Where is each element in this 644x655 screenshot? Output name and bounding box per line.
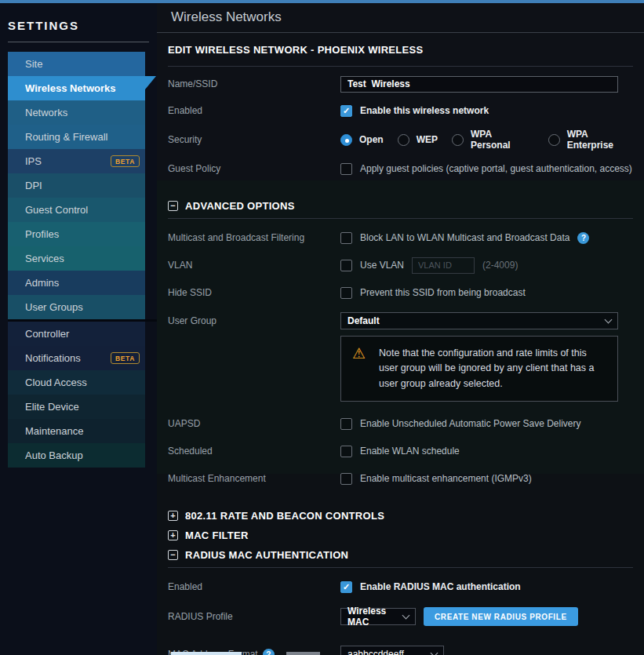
enabled-label: Enabled	[168, 105, 340, 116]
beta-badge: BETA	[111, 352, 140, 364]
sidebar-item-admins[interactable]: Admins	[8, 271, 145, 295]
sidebar-item-notifications[interactable]: NotificationsBETA	[8, 346, 145, 370]
enable-network-checkbox[interactable]: ✓	[340, 105, 352, 117]
multicast-enhancement-row: Multicast Enhancement Enable multicast e…	[168, 469, 644, 488]
radius-mac-auth-checkbox-label: Enable RADIUS MAC authentication	[360, 581, 521, 592]
radius-mac-section-title: RADIUS MAC AUTHENTICATION	[185, 549, 348, 561]
rate-beacon-section-header[interactable]: + 802.11 RATE AND BEACON CONTROLS	[168, 510, 644, 522]
create-radius-profile-button[interactable]: CREATE NEW RADIUS PROFILE	[424, 607, 578, 626]
sidebar-item-user-groups[interactable]: User Groups	[8, 295, 145, 319]
guest-policy-row: Guest Policy Apply guest policies (capti…	[168, 159, 644, 178]
sidebar-item-networks[interactable]: Networks	[8, 100, 145, 125]
vlan-range-hint: (2-4009)	[482, 260, 518, 271]
hide-ssid-label: Hide SSID	[168, 287, 340, 298]
guest-policy-checkbox-label: Apply guest policies (captive portal, gu…	[360, 163, 632, 174]
multicast-filtering-checkbox-label: Block LAN to WLAN Multicast and Broadcas…	[360, 232, 569, 243]
bottom-edge-artifact	[171, 652, 242, 655]
sidebar-item-ips[interactable]: IPSBETA	[8, 149, 145, 173]
uapsd-row: UAPSD Enable Unscheduled Automatic Power…	[168, 414, 644, 433]
sidebar-item-controller[interactable]: Controller	[8, 322, 145, 346]
chevron-down-icon	[431, 650, 438, 655]
radius-profile-select[interactable]: Wireless MAC	[340, 608, 416, 625]
use-vlan-checkbox-label: Use VLAN	[360, 260, 404, 271]
enable-network-checkbox-label: Enable this wireless network	[360, 105, 489, 116]
security-radio-wpa-enterprise[interactable]	[548, 134, 560, 146]
use-vlan-checkbox[interactable]	[340, 260, 352, 271]
sidebar-item-wireless-networks[interactable]: Wireless Networks	[8, 76, 145, 100]
help-icon[interactable]: ?	[263, 649, 275, 655]
multicast-enhancement-checkbox[interactable]	[340, 473, 352, 485]
check-icon: ✓	[343, 106, 350, 116]
security-row: Security Open WEP WPA Personal WPA Enter…	[168, 129, 644, 151]
mac-filter-section-title: MAC FILTER	[185, 529, 249, 541]
sidebar-item-elite-device[interactable]: Elite Device	[8, 395, 145, 419]
expand-icon: +	[168, 511, 178, 521]
page-title: Wireless Networks	[171, 9, 644, 25]
multicast-filtering-row: Multicast and Broadcast Filtering Block …	[168, 228, 644, 247]
sidebar-divider	[8, 42, 149, 42]
ssid-input[interactable]	[340, 76, 618, 93]
vlan-id-input[interactable]	[412, 257, 475, 274]
user-group-select[interactable]: Default	[340, 312, 618, 329]
user-group-warning-box: ⚠ Note that the configuration and rate l…	[340, 336, 618, 402]
advanced-options-title: ADVANCED OPTIONS	[185, 200, 295, 212]
sidebar-title: SETTINGS	[0, 3, 157, 42]
user-group-label: User Group	[168, 315, 340, 326]
vlan-label: VLAN	[168, 260, 340, 271]
advanced-options-section-header[interactable]: − ADVANCED OPTIONS	[168, 200, 644, 212]
expand-icon: +	[168, 530, 178, 540]
hide-ssid-checkbox[interactable]	[340, 287, 352, 299]
security-option-label: Open	[359, 134, 384, 145]
guest-policy-checkbox[interactable]	[340, 163, 352, 175]
collapse-icon: −	[168, 201, 178, 211]
name-ssid-row: Name/SSID	[168, 75, 644, 93]
mac-filter-section-header[interactable]: + MAC FILTER	[168, 529, 644, 541]
sidebar-item-dpi[interactable]: DPI	[8, 173, 145, 198]
sidebar-item-guest-control[interactable]: Guest Control	[8, 198, 145, 222]
security-radio-wpa-personal[interactable]	[452, 134, 464, 146]
chevron-down-icon	[605, 316, 613, 324]
guest-policy-label: Guest Policy	[168, 163, 340, 174]
sidebar-item-maintenance[interactable]: Maintenance	[8, 419, 145, 443]
sidebar-nav: Site Wireless Networks Networks Routing …	[0, 52, 157, 468]
multicast-enhancement-label: Multicast Enhancement	[168, 473, 340, 484]
uapsd-checkbox[interactable]	[340, 418, 352, 430]
sidebar-item-services[interactable]: Services	[8, 246, 145, 271]
sidebar-item-cloud-access[interactable]: Cloud Access	[8, 370, 145, 395]
radius-enabled-label: Enabled	[168, 581, 340, 592]
edit-network-header: EDIT WIRELESS NETWORK - PHOENIX WIRELESS	[168, 44, 633, 67]
wlan-schedule-checkbox[interactable]	[340, 446, 352, 457]
rate-beacon-section-title: 802.11 RATE AND BEACON CONTROLS	[185, 510, 384, 522]
sidebar-item-site[interactable]: Site	[8, 52, 145, 76]
user-group-warning-text: Note that the configuration and rate lim…	[379, 346, 606, 391]
name-ssid-label: Name/SSID	[168, 78, 340, 89]
radius-mac-auth-checkbox[interactable]: ✓	[340, 581, 352, 593]
beta-badge: BETA	[111, 155, 140, 167]
security-option-label: WPA Personal	[471, 129, 534, 151]
security-radio-wep[interactable]	[398, 134, 409, 146]
settings-sidebar: SETTINGS Site Wireless Networks Networks…	[0, 3, 157, 655]
radius-profile-label: RADIUS Profile	[168, 611, 340, 622]
multicast-filtering-label: Multicast and Broadcast Filtering	[168, 232, 340, 243]
wlan-schedule-checkbox-label: Enable WLAN schedule	[360, 446, 460, 457]
security-option-label: WPA Enterprise	[567, 129, 637, 151]
uapsd-label: UAPSD	[168, 418, 340, 429]
sidebar-item-profiles[interactable]: Profiles	[8, 222, 145, 246]
sidebar-item-auto-backup[interactable]: Auto Backup	[8, 443, 145, 468]
uapsd-checkbox-label: Enable Unscheduled Automatic Power Save …	[360, 418, 580, 429]
security-radio-open[interactable]	[340, 134, 352, 146]
radius-profile-row: RADIUS Profile Wireless MAC CREATE NEW R…	[168, 607, 644, 626]
multicast-filtering-checkbox[interactable]	[340, 232, 352, 244]
edit-network-title: EDIT WIRELESS NETWORK - PHOENIX WIRELESS	[168, 44, 633, 56]
radius-enabled-row: Enabled ✓ Enable RADIUS MAC authenticati…	[168, 577, 644, 596]
mac-format-select[interactable]: aabbccddeeff	[340, 646, 444, 655]
page-header: Wireless Networks	[157, 3, 644, 33]
radius-mac-section-header[interactable]: − RADIUS MAC AUTHENTICATION	[168, 549, 644, 561]
scheduled-row: Scheduled Enable WLAN schedule	[168, 442, 644, 460]
help-icon[interactable]: ?	[577, 232, 589, 244]
sidebar-item-routing-firewall[interactable]: Routing & Firewall	[8, 125, 145, 149]
hide-ssid-checkbox-label: Prevent this SSID from being broadcast	[360, 287, 526, 298]
check-icon: ✓	[343, 582, 350, 592]
main-content: Wireless Networks EDIT WIRELESS NETWORK …	[157, 3, 644, 655]
security-label: Security	[168, 134, 340, 145]
